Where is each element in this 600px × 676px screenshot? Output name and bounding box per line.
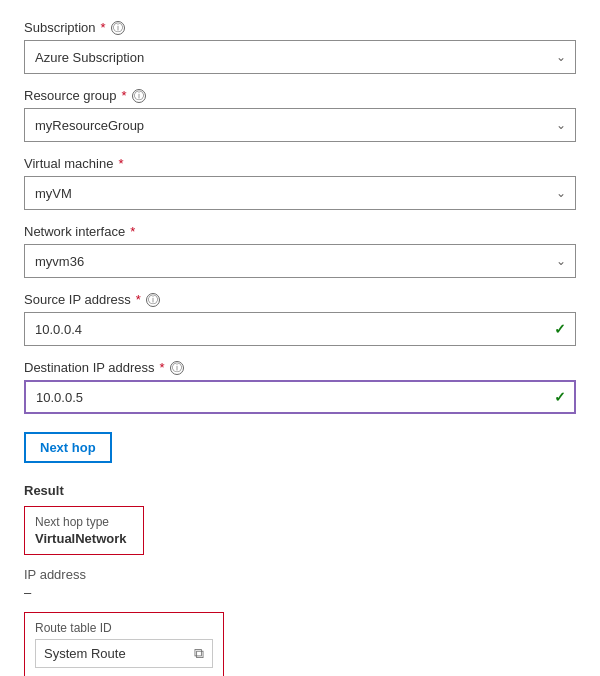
destination-ip-required: *: [160, 360, 165, 375]
ip-address-label: IP address: [24, 567, 576, 582]
destination-ip-info-icon[interactable]: ⓘ: [170, 361, 184, 375]
source-ip-label-row: Source IP address * ⓘ: [24, 292, 576, 307]
virtual-machine-label: Virtual machine: [24, 156, 113, 171]
next-hop-button[interactable]: Next hop: [24, 432, 112, 463]
resource-group-info-icon[interactable]: ⓘ: [132, 89, 146, 103]
subscription-group: Subscription * ⓘ Azure Subscription ⌄: [24, 20, 576, 74]
network-interface-label-row: Network interface *: [24, 224, 576, 239]
virtual-machine-label-row: Virtual machine *: [24, 156, 576, 171]
resource-group-required: *: [122, 88, 127, 103]
subscription-select-wrapper: Azure Subscription ⌄: [24, 40, 576, 74]
source-ip-input[interactable]: [24, 312, 576, 346]
route-table-label: Route table ID: [35, 621, 213, 635]
copy-icon[interactable]: ⧉: [194, 645, 204, 662]
network-interface-group: Network interface * myvm36 ⌄: [24, 224, 576, 278]
subscription-info-icon[interactable]: ⓘ: [111, 21, 125, 35]
resource-group-label-row: Resource group * ⓘ: [24, 88, 576, 103]
destination-ip-input[interactable]: [24, 380, 576, 414]
source-ip-group: Source IP address * ⓘ ✓: [24, 292, 576, 346]
ip-address-value: –: [24, 585, 576, 600]
network-interface-select-wrapper: myvm36 ⌄: [24, 244, 576, 278]
source-ip-check-icon: ✓: [554, 321, 566, 337]
network-interface-select[interactable]: myvm36: [24, 244, 576, 278]
source-ip-input-wrapper: ✓: [24, 312, 576, 346]
resource-group-select-wrapper: myResourceGroup ⌄: [24, 108, 576, 142]
subscription-required: *: [101, 20, 106, 35]
subscription-label: Subscription: [24, 20, 96, 35]
virtual-machine-select[interactable]: myVM: [24, 176, 576, 210]
source-ip-required: *: [136, 292, 141, 307]
virtual-machine-required: *: [118, 156, 123, 171]
destination-ip-check-icon: ✓: [554, 389, 566, 405]
route-table-value: System Route: [44, 646, 186, 661]
route-table-box: Route table ID System Route ⧉: [24, 612, 224, 676]
next-hop-type-label: Next hop type: [35, 515, 133, 529]
virtual-machine-group: Virtual machine * myVM ⌄: [24, 156, 576, 210]
destination-ip-input-wrapper: ✓: [24, 380, 576, 414]
source-ip-label: Source IP address: [24, 292, 131, 307]
destination-ip-label-row: Destination IP address * ⓘ: [24, 360, 576, 375]
destination-ip-label: Destination IP address: [24, 360, 155, 375]
resource-group-select[interactable]: myResourceGroup: [24, 108, 576, 142]
result-title: Result: [24, 483, 576, 498]
destination-ip-group: Destination IP address * ⓘ ✓: [24, 360, 576, 414]
result-section: Result Next hop type VirtualNetwork IP a…: [24, 483, 576, 676]
subscription-label-row: Subscription * ⓘ: [24, 20, 576, 35]
resource-group-label: Resource group: [24, 88, 117, 103]
subscription-select[interactable]: Azure Subscription: [24, 40, 576, 74]
resource-group-group: Resource group * ⓘ myResourceGroup ⌄: [24, 88, 576, 142]
virtual-machine-select-wrapper: myVM ⌄: [24, 176, 576, 210]
network-interface-required: *: [130, 224, 135, 239]
route-table-inner: System Route ⧉: [35, 639, 213, 668]
source-ip-info-icon[interactable]: ⓘ: [146, 293, 160, 307]
next-hop-type-value: VirtualNetwork: [35, 531, 133, 546]
network-interface-label: Network interface: [24, 224, 125, 239]
next-hop-type-box: Next hop type VirtualNetwork: [24, 506, 144, 555]
ip-address-section: IP address –: [24, 567, 576, 600]
